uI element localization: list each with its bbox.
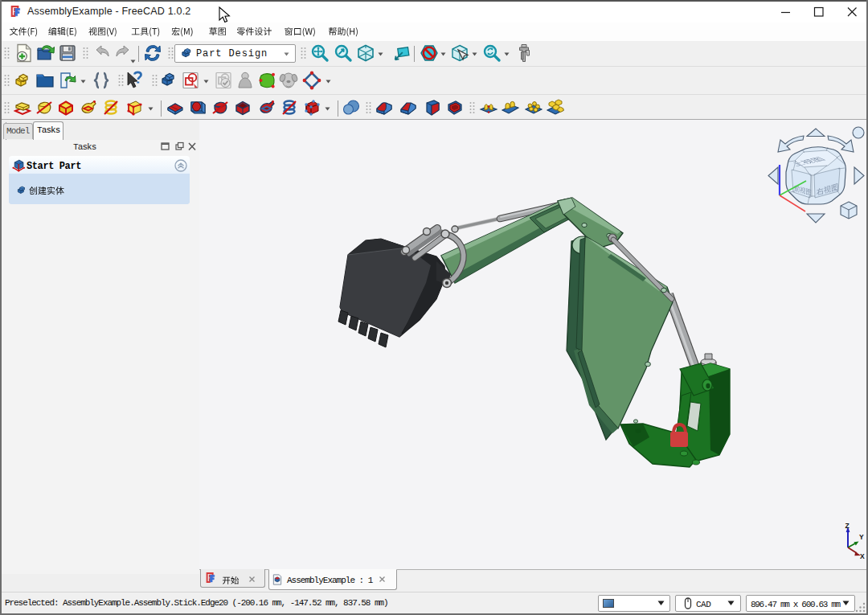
svg-text:Y: Y (859, 533, 864, 541)
svg-text:X: X (860, 552, 865, 560)
svg-text:Z: Z (845, 522, 850, 530)
